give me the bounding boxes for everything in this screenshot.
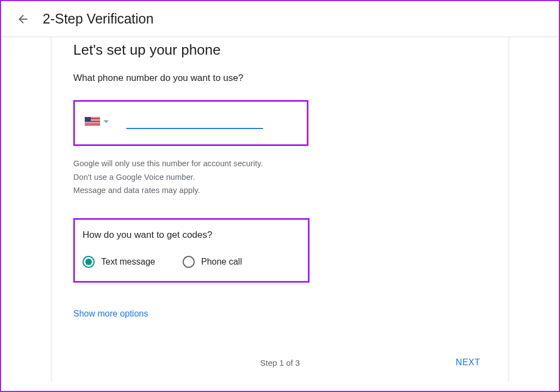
step-indicator: Step 1 of 3 [260, 358, 300, 367]
radio-label-call: Phone call [201, 257, 242, 267]
show-more-options-link[interactable]: Show more options [73, 309, 148, 319]
footer: Step 1 of 3 NEXT [51, 353, 509, 372]
disclaimer-text: Google will only use this number for acc… [73, 157, 487, 197]
content-wrapper: Let's set up your phone What phone numbe… [1, 37, 559, 382]
radio-text-message[interactable]: Text message [83, 256, 155, 268]
codes-box: How do you want to get codes? Text messa… [73, 218, 310, 283]
disclaimer-line-2: Don't use a Google Voice number. [73, 171, 487, 184]
chevron-down-icon [103, 120, 109, 123]
disclaimer-line-1: Google will only use this number for acc… [73, 157, 487, 171]
phone-question: What phone number do you want to use? [73, 73, 487, 84]
radio-phone-call[interactable]: Phone call [183, 256, 242, 268]
radio-icon [83, 256, 95, 268]
page-title: 2-Step Verification [43, 11, 154, 27]
back-arrow-icon[interactable] [16, 13, 30, 26]
disclaimer-line-3: Message and data rates may apply. [73, 184, 487, 197]
content-card: Let's set up your phone What phone numbe… [51, 37, 509, 382]
radio-icon [183, 256, 195, 268]
setup-title: Let's set up your phone [73, 42, 487, 58]
radio-group: Text message Phone call [83, 256, 300, 268]
country-selector[interactable] [85, 117, 109, 126]
codes-question: How do you want to get codes? [83, 230, 300, 241]
phone-number-input[interactable] [126, 114, 263, 129]
phone-input-box [73, 100, 308, 146]
page-header: 2-Step Verification [1, 1, 559, 37]
next-button[interactable]: NEXT [449, 353, 487, 372]
us-flag-icon [85, 117, 100, 126]
radio-label-text: Text message [101, 257, 155, 267]
